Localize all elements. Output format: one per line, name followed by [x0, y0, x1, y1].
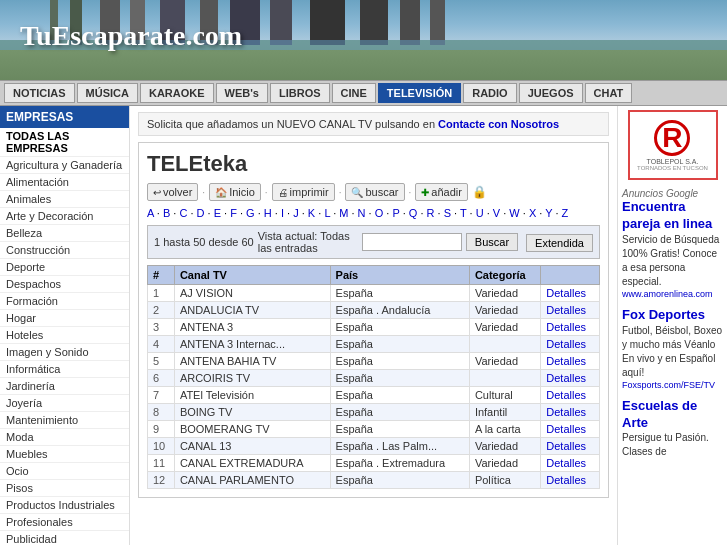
sidebar-item-moda[interactable]: Moda [0, 429, 129, 445]
alpha-t[interactable]: T [460, 207, 467, 219]
alpha-f[interactable]: F [230, 207, 237, 219]
sidebar-item-joyeria[interactable]: Joyería [0, 395, 129, 411]
detalles-link[interactable]: Detalles [546, 355, 586, 367]
row-detalles[interactable]: Detalles [541, 336, 600, 353]
nav-libros[interactable]: LIBROS [270, 83, 330, 103]
alpha-g[interactable]: G [246, 207, 255, 219]
anadir-button[interactable]: ✚ añadir [415, 183, 468, 201]
alpha-w[interactable]: W [509, 207, 519, 219]
detalles-link[interactable]: Detalles [546, 287, 586, 299]
detalles-link[interactable]: Detalles [546, 338, 586, 350]
sidebar-item-informatica[interactable]: Informática [0, 361, 129, 377]
alphabet-nav: A · B · C · D · E · F · G · H · I · J · … [147, 207, 600, 219]
table-row: 8 BOING TV España Infantil Detalles [148, 404, 600, 421]
sidebar-item-mantenimiento[interactable]: Mantenimiento [0, 412, 129, 428]
alpha-a[interactable]: A [147, 207, 154, 219]
row-detalles[interactable]: Detalles [541, 302, 600, 319]
nav-webs[interactable]: WEB's [216, 83, 268, 103]
detalles-link[interactable]: Detalles [546, 321, 586, 333]
buscar-button[interactable]: 🔍 buscar [345, 183, 404, 201]
sidebar-item-despachos[interactable]: Despachos [0, 276, 129, 292]
nav-cine[interactable]: CINE [332, 83, 376, 103]
alpha-y[interactable]: Y [545, 207, 552, 219]
alpha-k[interactable]: K [308, 207, 315, 219]
detalles-link[interactable]: Detalles [546, 474, 586, 486]
row-detalles[interactable]: Detalles [541, 387, 600, 404]
row-detalles[interactable]: Detalles [541, 438, 600, 455]
sidebar-item-construccion[interactable]: Construcción [0, 242, 129, 258]
nav-musica[interactable]: MÚSICA [77, 83, 138, 103]
ad-1-heading[interactable]: Encuentra pareja en linea [622, 199, 723, 233]
row-detalles[interactable]: Detalles [541, 421, 600, 438]
ad-3-heading[interactable]: Escuelas de Arte [622, 398, 723, 432]
alpha-b[interactable]: B [163, 207, 170, 219]
sidebar-item-productos[interactable]: Productos Industriales [0, 497, 129, 513]
sidebar-item-todas[interactable]: TODAS LAS EMPRESAS [0, 128, 129, 156]
alpha-z[interactable]: Z [562, 207, 569, 219]
sidebar-item-publicidad[interactable]: Publicidad [0, 531, 129, 545]
search-submit-button[interactable]: Buscar [466, 233, 518, 251]
row-detalles[interactable]: Detalles [541, 455, 600, 472]
alpha-r[interactable]: R [427, 207, 435, 219]
nav-television[interactable]: TELEVISIÓN [378, 83, 461, 103]
sidebar-item-formacion[interactable]: Formación [0, 293, 129, 309]
detalles-link[interactable]: Detalles [546, 423, 586, 435]
imprimir-button[interactable]: 🖨 imprimir [272, 183, 335, 201]
sidebar-item-ocio[interactable]: Ocio [0, 463, 129, 479]
nav-radio[interactable]: RADIO [463, 83, 516, 103]
row-detalles[interactable]: Detalles [541, 404, 600, 421]
sidebar-item-imagen[interactable]: Imagen y Sonido [0, 344, 129, 360]
row-detalles[interactable]: Detalles [541, 472, 600, 489]
row-detalles[interactable]: Detalles [541, 353, 600, 370]
alpha-v[interactable]: V [493, 207, 500, 219]
detalles-link[interactable]: Detalles [546, 406, 586, 418]
alpha-c[interactable]: C [179, 207, 187, 219]
sidebar-item-hoteles[interactable]: Hoteles [0, 327, 129, 343]
alpha-o[interactable]: O [375, 207, 384, 219]
alpha-i[interactable]: I [281, 207, 284, 219]
sidebar-item-deporte[interactable]: Deporte [0, 259, 129, 275]
ad-2-heading[interactable]: Fox Deportes [622, 307, 723, 324]
alpha-p[interactable]: P [392, 207, 399, 219]
nav-juegos[interactable]: JUEGOS [519, 83, 583, 103]
sidebar-item-jardineria[interactable]: Jardinería [0, 378, 129, 394]
alpha-n[interactable]: N [358, 207, 366, 219]
nav-chat[interactable]: CHAT [585, 83, 633, 103]
alpha-e[interactable]: E [214, 207, 221, 219]
alpha-h[interactable]: H [264, 207, 272, 219]
row-detalles[interactable]: Detalles [541, 319, 600, 336]
alpha-j[interactable]: J [293, 207, 299, 219]
banner-link[interactable]: Contacte con Nosotros [438, 118, 559, 130]
sidebar-item-alimentacion[interactable]: Alimentación [0, 174, 129, 190]
nav-noticias[interactable]: NOTICIAS [4, 83, 75, 103]
sidebar-item-hogar[interactable]: Hogar [0, 310, 129, 326]
sidebar-item-muebles[interactable]: Muebles [0, 446, 129, 462]
detalles-link[interactable]: Detalles [546, 389, 586, 401]
alpha-q[interactable]: Q [409, 207, 418, 219]
nav-karaoke[interactable]: KARAOKE [140, 83, 214, 103]
alpha-l[interactable]: L [324, 207, 330, 219]
row-detalles[interactable]: Detalles [541, 370, 600, 387]
detalles-link[interactable]: Detalles [546, 372, 586, 384]
sidebar-item-belleza[interactable]: Belleza [0, 225, 129, 241]
detalles-link[interactable]: Detalles [546, 304, 586, 316]
detalles-link[interactable]: Detalles [546, 457, 586, 469]
alpha-m[interactable]: M [339, 207, 348, 219]
sidebar-item-arte[interactable]: Arte y Decoración [0, 208, 129, 224]
sidebar-item-animales[interactable]: Animales [0, 191, 129, 207]
alpha-u[interactable]: U [476, 207, 484, 219]
row-detalles[interactable]: Detalles [541, 285, 600, 302]
alpha-d[interactable]: D [197, 207, 205, 219]
sidebar-item-pisos[interactable]: Pisos [0, 480, 129, 496]
sidebar-item-agricultura[interactable]: Agricultura y Ganadería [0, 157, 129, 173]
volver-button[interactable]: ↩ volver [147, 183, 198, 201]
search-input[interactable] [362, 233, 462, 251]
detalles-link[interactable]: Detalles [546, 440, 586, 452]
sidebar-item-profesionales[interactable]: Profesionales [0, 514, 129, 530]
ad-1-link[interactable]: www.amorenlinea.com [622, 289, 723, 299]
ad-2-link[interactable]: Foxsports.com/FSE/TV [622, 380, 723, 390]
inicio-button[interactable]: 🏠 Inicio [209, 183, 261, 201]
extendida-button[interactable]: Extendida [526, 234, 593, 252]
alpha-s[interactable]: S [444, 207, 451, 219]
alpha-x[interactable]: X [529, 207, 536, 219]
